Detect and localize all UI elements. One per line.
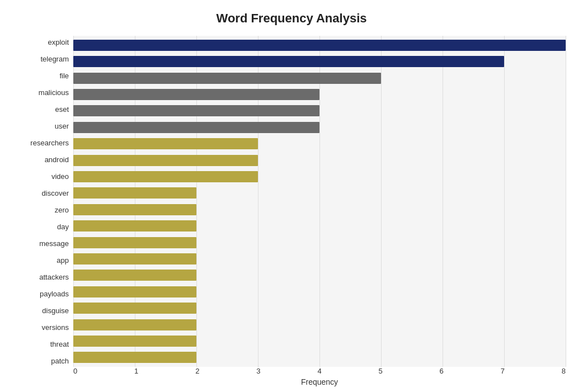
bar-row (73, 86, 566, 102)
y-label: versions (42, 321, 69, 333)
bar (73, 122, 319, 133)
y-label: exploit (48, 36, 69, 48)
bar (73, 204, 196, 215)
y-label: disguise (42, 304, 69, 317)
y-label: discover (42, 187, 69, 199)
bar-row (73, 267, 566, 284)
bar (73, 352, 196, 363)
y-label: telegram (40, 53, 69, 65)
y-label: payloads (40, 287, 69, 300)
y-label: video (51, 170, 69, 182)
x-tick-label: 7 (501, 367, 505, 375)
bar (73, 138, 258, 149)
x-tick-label: 3 (256, 367, 260, 375)
y-label: eset (55, 103, 69, 115)
bar (73, 253, 196, 265)
bar (73, 303, 196, 314)
bar (73, 237, 196, 248)
bar-row (73, 119, 566, 135)
y-label: researchers (30, 136, 69, 149)
y-label: threat (50, 338, 69, 350)
x-tick-label: 4 (317, 367, 321, 375)
x-tick-label: 2 (195, 367, 199, 375)
y-label: malicious (39, 86, 69, 98)
bar (73, 336, 196, 347)
bar-row (73, 37, 566, 53)
bar-row (73, 53, 566, 69)
bar (73, 40, 566, 51)
bar-row (73, 201, 566, 218)
chart-container: exploittelegramfilemaliciousesetuserrese… (17, 36, 566, 386)
bar (73, 73, 381, 84)
bar-row (73, 218, 566, 234)
bar-row (73, 103, 566, 119)
x-tick-label: 6 (440, 367, 444, 375)
bar (73, 105, 319, 116)
bar-row (73, 251, 566, 267)
bar-row (73, 333, 566, 349)
x-axis-area: 012345678 Frequency (73, 367, 566, 386)
bar (73, 319, 196, 330)
x-axis-title: Frequency (73, 377, 566, 386)
bar-row (73, 70, 566, 86)
bar (73, 270, 196, 281)
grid-and-bars (73, 36, 566, 367)
bar-row (73, 284, 566, 300)
y-label: user (55, 120, 69, 132)
bar-row (73, 317, 566, 333)
y-label: zero (55, 204, 69, 216)
bar-row (73, 168, 566, 185)
bar (73, 155, 258, 166)
y-label: patch (51, 355, 69, 367)
bar-row (73, 300, 566, 317)
bars-section (73, 36, 566, 367)
y-axis-labels: exploittelegramfilemaliciousesetuserrese… (17, 36, 73, 367)
bar (73, 171, 258, 182)
bar (73, 286, 196, 297)
bar (73, 56, 504, 67)
x-tick-label: 0 (73, 367, 77, 375)
bar (73, 89, 319, 100)
y-label: day (57, 220, 69, 233)
x-tick-label: 5 (378, 367, 382, 375)
y-label: message (39, 237, 69, 249)
bar-row (73, 152, 566, 168)
y-label: file (59, 69, 69, 82)
bar-row (73, 185, 566, 201)
bar (73, 187, 196, 199)
chart-title: Word Frequency Analysis (217, 11, 367, 26)
y-label: app (57, 254, 69, 266)
bar-row (73, 135, 566, 152)
grid-line (566, 36, 566, 367)
y-label: android (45, 153, 69, 166)
x-tick-label: 8 (562, 367, 566, 375)
bar (73, 220, 196, 232)
bar-row (73, 350, 566, 366)
chart-area: exploittelegramfilemaliciousesetuserrese… (17, 36, 566, 367)
bar-row (73, 234, 566, 251)
y-label: attackers (39, 271, 69, 283)
x-tick-label: 1 (134, 367, 138, 375)
